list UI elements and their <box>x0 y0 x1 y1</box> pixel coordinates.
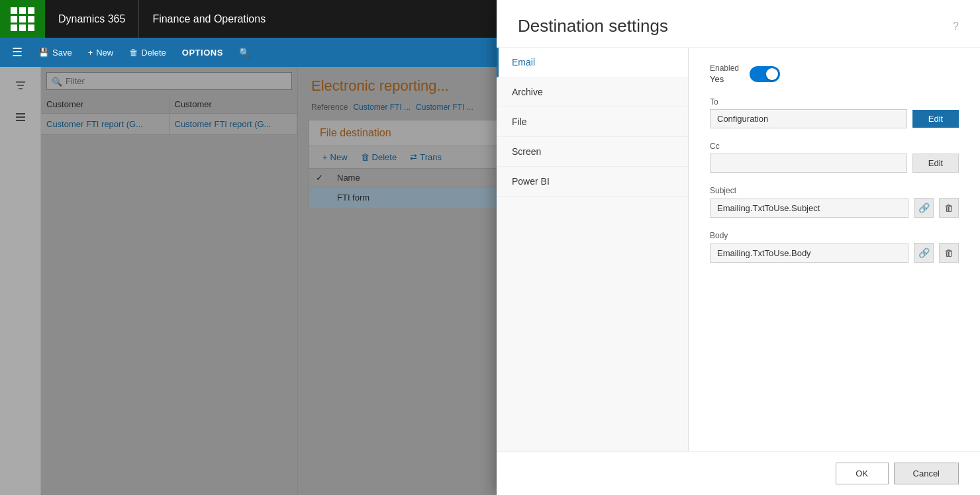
enabled-row: Enabled Yes <box>710 67 959 84</box>
search-icon: 🔍 <box>239 48 250 58</box>
plus-icon: + <box>88 48 93 58</box>
body-label: Body <box>710 231 959 240</box>
save-icon: 💾 <box>38 48 49 58</box>
body-input[interactable] <box>710 244 908 263</box>
dest-nav-powerbi[interactable]: Power BI <box>497 167 688 197</box>
delete-button[interactable]: 🗑 Delete <box>122 42 173 63</box>
delete-icon: 🗑 <box>129 48 138 58</box>
dest-settings-footer: OK Cancel <box>497 451 980 495</box>
new-button[interactable]: + New <box>81 42 121 63</box>
subject-delete-icon[interactable]: 🗑 <box>939 198 959 218</box>
body-delete-icon[interactable]: 🗑 <box>939 243 959 263</box>
ok-button[interactable]: OK <box>836 463 889 484</box>
to-edit-button[interactable]: Edit <box>912 110 959 128</box>
cc-label: Cc <box>710 142 959 151</box>
dest-settings-body: Email Archive File Screen Power BI Enabl… <box>497 67 980 451</box>
module-name: Finance and Operations <box>139 0 279 38</box>
cancel-button[interactable]: Cancel <box>894 463 959 484</box>
subject-input[interactable] <box>710 199 908 218</box>
options-button[interactable]: OPTIONS <box>175 45 230 60</box>
dest-nav-email[interactable]: Email <box>497 67 688 77</box>
to-section: To Edit <box>710 97 959 128</box>
subject-section: Subject 🔗 🗑 <box>710 186 959 218</box>
body-section: Body 🔗 🗑 <box>710 231 959 263</box>
subject-label: Subject <box>710 186 959 195</box>
hamburger-button[interactable]: ☰ <box>5 42 29 62</box>
destination-settings-panel: Destination settings ? Email Archive Fil… <box>497 67 980 495</box>
dest-left-navigation: Email Archive File Screen Power BI <box>497 67 689 451</box>
enabled-label: Enabled <box>710 67 739 73</box>
toggle-knob <box>766 68 778 80</box>
enabled-toggle[interactable] <box>750 67 780 82</box>
dest-right-form: Enabled Yes To Edit <box>689 67 980 451</box>
save-button[interactable]: 💾 Save <box>32 42 79 63</box>
enabled-value: Yes <box>710 74 739 84</box>
cc-edit-button[interactable]: Edit <box>912 154 959 173</box>
brand-name: Dynamics 365 <box>45 0 139 38</box>
search-button[interactable]: 🔍 <box>232 45 257 60</box>
dest-nav-file[interactable]: File <box>497 107 688 137</box>
cc-section: Cc Edit <box>710 142 959 173</box>
subject-link-icon[interactable]: 🔗 <box>914 198 934 218</box>
dest-nav-screen[interactable]: Screen <box>497 137 688 167</box>
grid-icon <box>11 7 34 31</box>
cc-input[interactable] <box>710 154 907 173</box>
to-label: To <box>710 97 959 107</box>
app-logo[interactable] <box>0 0 45 38</box>
dest-nav-archive[interactable]: Archive <box>497 77 688 107</box>
body-link-icon[interactable]: 🔗 <box>914 243 934 263</box>
main-content: 🔍 Customer Customer Customer FTI report … <box>0 67 980 495</box>
to-input[interactable] <box>710 109 907 128</box>
